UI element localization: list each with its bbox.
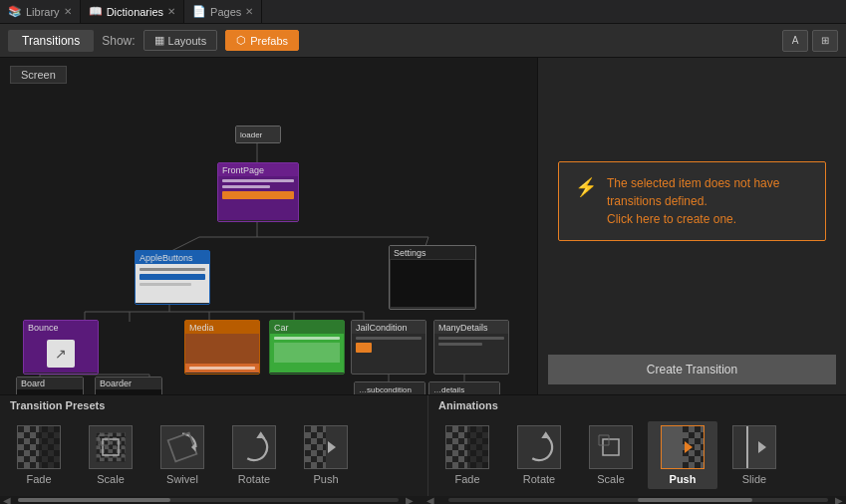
anim-push-icon — [661, 425, 705, 469]
svg-marker-24 — [685, 441, 693, 453]
fade-label: Fade — [26, 473, 51, 485]
anim-fade-icon — [445, 425, 489, 469]
anim-slide-icon — [732, 425, 776, 469]
tab-dictionaries-label: Dictionaries — [107, 6, 163, 18]
preset-fade[interactable]: Fade — [4, 421, 74, 489]
swivel-label: Swivel — [166, 473, 198, 485]
manydetails-node[interactable]: ManyDetails — [433, 320, 509, 375]
preset-push[interactable]: Push — [291, 421, 361, 489]
library-icon: 📚 — [8, 5, 22, 18]
right-scrollbar-thumb — [638, 498, 751, 502]
transition-warning[interactable]: ⚡ The selected item does not have transi… — [558, 161, 826, 241]
screen-label: Screen — [10, 66, 67, 84]
layouts-button[interactable]: ▦ Layouts — [143, 30, 218, 51]
toolbar-right: A ⊞ — [782, 30, 838, 52]
scrollbar-thumb — [18, 498, 170, 502]
animations-panel: Animations Fade — [428, 395, 846, 496]
settings-node[interactable]: Settings — [389, 245, 476, 310]
show-label: Show: — [102, 34, 135, 48]
warning-text: The selected item does not have transiti… — [607, 174, 809, 228]
canvas-area: Screen — [0, 58, 537, 394]
scale-icon — [89, 425, 133, 469]
grid-button[interactable]: ⊞ — [812, 30, 838, 52]
tab-library-label: Library — [26, 6, 60, 18]
transition-info: ⚡ The selected item does not have transi… — [538, 58, 846, 345]
prefabs-button[interactable]: ⬡ Prefabs — [225, 30, 299, 51]
fade-icon — [17, 425, 61, 469]
create-transition-button[interactable]: Create Transition — [548, 355, 836, 384]
layouts-label: Layouts — [168, 35, 207, 47]
bottom-area: Transition Presets Fade Scale — [0, 394, 846, 504]
tab-dictionaries-close[interactable]: ✕ — [167, 6, 175, 17]
preset-rotate[interactable]: Rotate — [219, 421, 289, 489]
anim-fade[interactable]: Fade — [432, 421, 502, 489]
preset-swivel[interactable]: Swivel — [147, 421, 217, 489]
car-node[interactable]: Car — [269, 320, 345, 375]
push-icon — [304, 425, 348, 469]
loader-node[interactable]: loader — [235, 126, 281, 143]
node-graph[interactable]: loader FrontPage AppleButtons — [0, 58, 537, 394]
pages-icon: 📄 — [192, 5, 206, 18]
boarder-node[interactable]: Boarder — [95, 377, 162, 394]
dictionaries-icon: 📖 — [89, 5, 103, 18]
anim-slide-label: Slide — [742, 473, 766, 485]
frontpage-node[interactable]: FrontPage — [217, 162, 299, 222]
preset-scale[interactable]: Scale — [76, 421, 145, 489]
tab-library-close[interactable]: ✕ — [64, 6, 72, 17]
tab-pages-label: Pages — [210, 6, 241, 18]
rotate-label: Rotate — [238, 473, 270, 485]
scale-label: Scale — [97, 473, 125, 485]
prefabs-icon: ⬡ — [236, 34, 246, 47]
push-label: Push — [313, 473, 338, 485]
anim-fade-label: Fade — [454, 473, 479, 485]
tab-pages-close[interactable]: ✕ — [245, 6, 253, 17]
jailcondition-node[interactable]: JailCondition — [351, 320, 426, 375]
tab-dictionaries[interactable]: 📖 Dictionaries ✕ — [81, 0, 184, 23]
animations-title: Animations — [428, 395, 846, 413]
applebuttons-node[interactable]: AppleButtons — [135, 250, 210, 305]
prefabs-label: Prefabs — [250, 35, 288, 47]
manydetails-sub1[interactable]: …details — [428, 381, 500, 394]
warning-icon: ⚡ — [575, 176, 597, 198]
transitions-button[interactable]: Transitions — [8, 30, 94, 52]
animations-row: Fade Rotate — [428, 413, 846, 496]
anim-scale[interactable]: Scale — [576, 421, 646, 489]
scrollbar-track — [18, 498, 399, 502]
transition-presets-title: Transition Presets — [0, 395, 427, 413]
bottom-sections: Transition Presets Fade Scale — [0, 395, 846, 496]
right-panel: ⚡ The selected item does not have transi… — [537, 58, 846, 394]
transition-presets-panel: Transition Presets Fade Scale — [0, 395, 428, 496]
svg-marker-21 — [256, 431, 265, 438]
bounce-node[interactable]: Bounce ↗ — [23, 320, 99, 375]
bottom-scrollbar[interactable]: ◀ ▶ ◀ ▶ — [0, 496, 846, 504]
anim-rotate-icon — [517, 425, 561, 469]
layouts-icon: ▦ — [154, 34, 164, 47]
anim-push-label: Push — [670, 473, 697, 485]
swivel-icon — [160, 425, 204, 469]
main-area: Screen — [0, 58, 846, 394]
anim-slide[interactable]: Slide — [719, 421, 789, 489]
rotate-icon — [232, 425, 276, 469]
right-scrollbar-track — [448, 498, 829, 502]
svg-marker-25 — [758, 441, 766, 453]
tab-bar: 📚 Library ✕ 📖 Dictionaries ✕ 📄 Pages ✕ — [0, 0, 846, 24]
svg-marker-22 — [328, 441, 336, 453]
board-node[interactable]: Board — [16, 377, 84, 394]
anim-scale-label: Scale — [597, 473, 625, 485]
transition-presets-row: Fade Scale — [0, 413, 427, 496]
tab-pages[interactable]: 📄 Pages ✕ — [184, 0, 262, 23]
anim-push[interactable]: Push — [648, 421, 717, 489]
auto-button[interactable]: A — [782, 30, 808, 52]
anim-rotate[interactable]: Rotate — [504, 421, 574, 489]
svg-marker-23 — [541, 431, 550, 438]
anim-scale-icon — [589, 425, 633, 469]
anim-rotate-label: Rotate — [523, 473, 555, 485]
toolbar: Transitions Show: ▦ Layouts ⬡ Prefabs A … — [0, 24, 846, 58]
media-node[interactable]: Media — [184, 320, 260, 375]
jailcondition-sub1[interactable]: …subcondition — [354, 381, 425, 394]
tab-library[interactable]: 📚 Library ✕ — [0, 0, 81, 23]
